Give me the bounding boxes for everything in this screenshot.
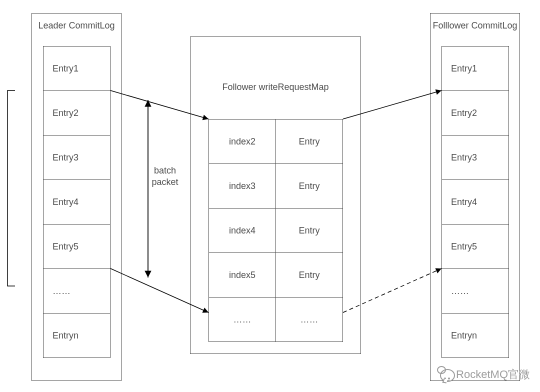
map-row-1-index: index2 [208,119,276,164]
map-row-2-index: index3 [208,164,276,208]
map-row-1-entry: Entry [276,119,343,164]
follower-entry-5: Entry5 [442,224,509,269]
leader-entry-3: Entry3 [43,135,110,180]
wechat-icon [437,366,454,383]
batch-label-line1: batch [145,165,185,176]
follower-entry-1: Entry1 [442,46,509,91]
leader-entry-2: Entry2 [43,90,110,136]
follower-title: Folllower CommitLog [430,20,520,31]
follower-entry-7: Entryn [442,313,509,358]
leader-range-bracket [8,90,15,286]
diagram-canvas: Leader CommitLog Entry1 Entry2 Entry3 En… [0,0,540,392]
leader-entry-7: Entryn [43,313,110,358]
map-row-4-index: index5 [208,252,276,298]
map-row-4-entry: Entry [276,252,343,298]
map-row-3-entry: Entry [276,208,343,253]
leader-entry-6: …… [43,268,110,314]
follower-entry-3: Entry3 [442,135,509,180]
watermark: RocketMQ官微 [437,366,530,383]
leader-title: Leader CommitLog [32,20,121,31]
follower-entry-4: Entry4 [442,180,509,224]
leader-entry-4: Entry4 [43,180,110,224]
leader-entry-1: Entry1 [43,46,110,91]
follower-entry-2: Entry2 [442,90,509,136]
batch-label-line2: packet [145,176,185,188]
map-row-5-entry: …… [276,297,343,342]
batch-packet-label: batch packet [145,165,185,188]
map-row-5-index: …… [208,297,276,342]
map-row-3-index: index4 [208,208,276,253]
write-request-map-title: Follower writeRequestMap [190,82,360,92]
leader-entry-5: Entry5 [43,224,110,269]
follower-entry-6: …… [442,268,509,314]
map-row-2-entry: Entry [276,164,343,208]
watermark-text: RocketMQ官微 [456,367,530,382]
